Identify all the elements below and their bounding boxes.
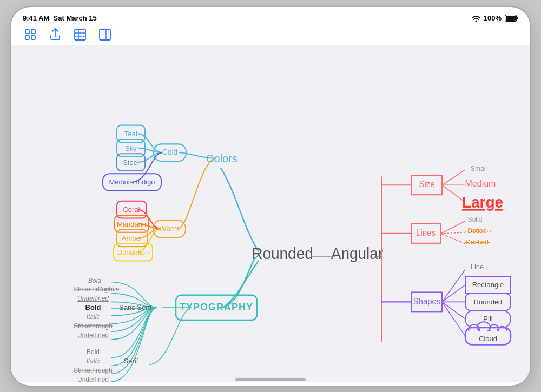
table-icon[interactable] [72, 29, 88, 41]
svg-text:Cloud: Cloud [479, 334, 497, 342]
battery-text: 100% [484, 14, 502, 22]
svg-text:Teal: Teal [124, 129, 137, 137]
svg-text:Sans Serif: Sans Serif [119, 303, 151, 311]
svg-text:Colors: Colors [206, 151, 237, 164]
ipad-frame: 9:41 AM Sat March 15 100% [11, 7, 530, 386]
mindmap-svg: Teal Sky Steel Medium Indigo Cold Coral … [11, 45, 530, 382]
svg-text:Angular: Angular [331, 244, 384, 262]
svg-text:Sky: Sky [125, 144, 137, 152]
time-date: 9:41 AM Sat March 15 [23, 14, 97, 22]
svg-text:Italic: Italic [87, 357, 100, 364]
svg-line-62 [442, 269, 465, 302]
svg-line-63 [442, 284, 465, 302]
svg-text:Dotted: Dotted [467, 227, 486, 234]
status-right: 100% [472, 14, 518, 22]
svg-rect-1 [506, 16, 516, 21]
toolbar [11, 26, 530, 45]
svg-text:Line: Line [471, 263, 484, 271]
svg-text:Serif: Serif [124, 356, 138, 364]
status-bar: 9:41 AM Sat March 15 100% [11, 7, 530, 26]
svg-text:Solid: Solid [468, 215, 483, 223]
battery-icon [505, 15, 518, 22]
svg-text:Underlined: Underlined [77, 331, 109, 338]
svg-text:Bold: Bold [88, 276, 102, 284]
wifi-icon [472, 15, 480, 22]
svg-line-60 [441, 233, 465, 243]
svg-text:Rectangle: Rectangle [472, 280, 504, 288]
svg-text:Lines: Lines [416, 228, 436, 237]
svg-text:Steel: Steel [123, 158, 139, 167]
home-bar [235, 378, 306, 381]
svg-text:Size: Size [419, 180, 434, 189]
panel-icon[interactable] [97, 29, 113, 41]
svg-line-66 [442, 302, 465, 336]
svg-text:Bold: Bold [85, 303, 101, 311]
svg-text:Amber: Amber [122, 234, 143, 242]
svg-rect-6 [75, 29, 85, 40]
svg-line-65 [442, 302, 465, 319]
svg-text:Underlined: Underlined [77, 375, 109, 381]
grid-icon[interactable] [23, 29, 38, 41]
svg-text:Large: Large [462, 193, 503, 211]
svg-rect-4 [25, 36, 29, 39]
svg-text:Italic: Italic [87, 313, 100, 320]
svg-text:Coral: Coral [123, 205, 140, 213]
svg-text:Cold: Cold [162, 148, 178, 156]
svg-line-58 [441, 221, 465, 233]
svg-line-54 [442, 169, 465, 184]
svg-rect-3 [31, 30, 35, 34]
svg-rect-2 [25, 30, 29, 34]
svg-text:Small: Small [471, 164, 487, 172]
svg-text:Cursive: Cursive [97, 285, 120, 293]
svg-text:TYPOGRAPHY: TYPOGRAPHY [180, 301, 253, 313]
svg-text:Rounded: Rounded [474, 297, 503, 305]
svg-text:Bold: Bold [87, 348, 100, 356]
svg-text:Dandelion: Dandelion [117, 248, 149, 256]
svg-text:Mandarin: Mandarin [117, 220, 146, 228]
svg-text:Strikethrough: Strikethrough [74, 322, 112, 329]
canvas: Teal Sky Steel Medium Indigo Cold Coral … [11, 45, 530, 382]
svg-text:Strikethrough: Strikethrough [74, 366, 112, 374]
svg-text:Warm: Warm [160, 224, 180, 232]
svg-text:Medium Indigo: Medium Indigo [109, 177, 155, 185]
share-icon[interactable] [48, 29, 63, 41]
svg-text:Shapes: Shapes [413, 296, 441, 305]
svg-text:Rounded: Rounded [252, 244, 313, 262]
svg-text:Medium: Medium [465, 178, 496, 188]
svg-rect-10 [100, 29, 110, 40]
svg-text:Underlined: Underlined [77, 295, 109, 302]
svg-line-59 [441, 232, 465, 233]
svg-rect-5 [31, 36, 35, 39]
